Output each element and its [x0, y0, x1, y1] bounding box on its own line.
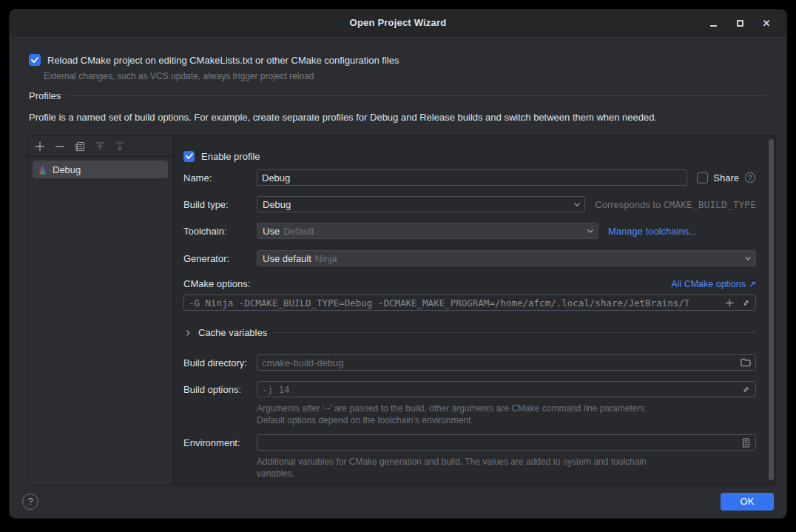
cmake-options-label: CMake options: [183, 278, 250, 289]
reload-cmake-hint: External changes, such as VCS update, al… [44, 71, 314, 81]
dialog-footer: ? OK [10, 485, 786, 518]
check-icon [186, 153, 193, 159]
build-options-input[interactable] [257, 381, 756, 397]
profile-list-toolbar [27, 136, 173, 157]
plus-icon [725, 298, 735, 308]
expand-icon [741, 298, 751, 308]
build-directory-row: Build directory: [183, 354, 756, 371]
build-type-label: Build type: [183, 199, 257, 210]
expand-options-button[interactable] [739, 296, 752, 309]
move-down-button[interactable] [114, 141, 126, 152]
cmake-options-row [183, 294, 756, 311]
profiles-panel: Debug Enable profile Name: Share ? [27, 135, 776, 485]
reload-cmake-checkbox[interactable] [29, 54, 41, 66]
minus-icon [55, 141, 65, 152]
add-option-button[interactable] [723, 296, 736, 309]
window-controls: ✕ [705, 10, 775, 36]
reload-cmake-label: Reload CMake project on editing CMakeLis… [47, 55, 399, 66]
external-link-icon: ↗ [749, 279, 756, 289]
move-up-button[interactable] [94, 141, 106, 152]
add-profile-button[interactable] [34, 141, 46, 152]
copy-profile-button[interactable] [74, 141, 86, 152]
build-type-row: Build type: Debug Corresponds to CMAKE_B… [183, 196, 756, 212]
build-directory-label: Build directory: [183, 357, 257, 368]
generator-label: Generator: [183, 253, 257, 264]
cmake-icon [37, 164, 48, 175]
build-type-select[interactable]: Debug [257, 196, 585, 212]
name-label: Name: [183, 172, 257, 183]
enable-profile-label: Enable profile [201, 151, 260, 162]
minimize-button[interactable] [705, 15, 721, 31]
build-directory-input[interactable] [257, 354, 756, 371]
generator-select[interactable]: Use default Ninja [257, 250, 756, 266]
name-row: Name: Share ? [183, 169, 756, 186]
toolchain-value: Default [283, 226, 314, 237]
share-label: Share [713, 172, 739, 183]
cmake-build-type-code: CMAKE_BUILD_TYPE [664, 199, 756, 210]
share-checkbox[interactable] [697, 172, 708, 183]
expand-build-options-button[interactable] [739, 383, 752, 396]
help-button[interactable]: ? [22, 494, 38, 510]
cache-variables-separator [273, 332, 756, 333]
vertical-scrollbar[interactable] [769, 139, 774, 480]
expand-icon [741, 385, 751, 394]
profile-settings-panel: Enable profile Name: Share ? Build type:… [174, 136, 775, 485]
folder-icon [741, 358, 751, 367]
generator-value: Ninja [315, 253, 337, 264]
open-project-wizard-dialog: Open Project Wizard ✕ Reload CMake proje… [9, 9, 787, 519]
profiles-title: Profiles [29, 90, 61, 101]
environment-variables-button[interactable] [739, 436, 752, 449]
toolchain-label: Toolchain: [183, 226, 257, 237]
cmake-options-header: CMake options: All CMake options ↗ [183, 277, 756, 290]
enable-profile-row: Enable profile [183, 148, 756, 164]
build-type-value: Debug [263, 199, 291, 210]
enable-profile-checkbox[interactable] [183, 151, 195, 162]
environment-row: Environment: [183, 434, 756, 451]
manage-toolchains-link[interactable]: Manage toolchains... [608, 226, 697, 237]
toolchain-row: Toolchain: Use Default Manage toolchains… [183, 223, 756, 239]
generator-row: Generator: Use default Ninja [183, 250, 756, 266]
chevron-right-icon [183, 329, 192, 337]
chevron-down-icon [586, 226, 595, 235]
arrow-up-icon [95, 141, 105, 152]
maximize-icon [737, 20, 743, 27]
close-icon: ✕ [763, 18, 771, 28]
minimize-icon [710, 25, 717, 27]
cache-variables-label: Cache variables [198, 327, 267, 338]
all-cmake-options-link[interactable]: All CMake options ↗ [671, 278, 756, 289]
environment-input[interactable] [257, 434, 756, 451]
close-button[interactable]: ✕ [758, 15, 775, 31]
build-options-label: Build options: [183, 384, 257, 395]
copy-icon [75, 141, 85, 152]
build-options-row: Build options: [183, 381, 756, 397]
remove-profile-button[interactable] [54, 141, 66, 152]
name-input[interactable] [257, 169, 687, 186]
cache-variables-toggle[interactable]: Cache variables [183, 327, 756, 338]
chevron-down-icon [743, 254, 752, 263]
share-help-icon[interactable]: ? [744, 172, 756, 183]
build-options-hint: Arguments after ‘--’ are passed to the b… [257, 403, 647, 426]
browse-folder-button[interactable] [739, 356, 752, 369]
maximize-button[interactable] [732, 15, 748, 31]
titlebar[interactable]: Open Project Wizard ✕ [10, 10, 786, 36]
profiles-description: Profile is a named set of build options.… [29, 112, 767, 123]
check-icon [31, 57, 38, 63]
ok-button[interactable]: OK [721, 493, 774, 511]
help-icon: ? [27, 496, 33, 507]
build-type-note: Corresponds to CMAKE_BUILD_TYPE [595, 199, 756, 210]
svg-text:?: ? [748, 174, 752, 181]
toolchain-value-prefix: Use [263, 226, 280, 237]
window-title: Open Project Wizard [350, 17, 447, 28]
reload-cmake-row: Reload CMake project on editing CMakeLis… [29, 54, 399, 66]
variables-list-icon [742, 438, 750, 448]
profile-list-item-debug[interactable]: Debug [33, 161, 168, 178]
profile-item-label: Debug [53, 164, 81, 175]
toolchain-select[interactable]: Use Default [257, 223, 598, 239]
chevron-down-icon [573, 200, 581, 209]
profile-list: Debug [27, 157, 173, 485]
profiles-separator [68, 95, 767, 96]
plus-icon [35, 141, 45, 152]
profile-list-panel: Debug [27, 136, 174, 485]
cmake-options-input[interactable] [183, 294, 756, 311]
environment-hint: Additional variables for CMake generatio… [257, 456, 672, 479]
